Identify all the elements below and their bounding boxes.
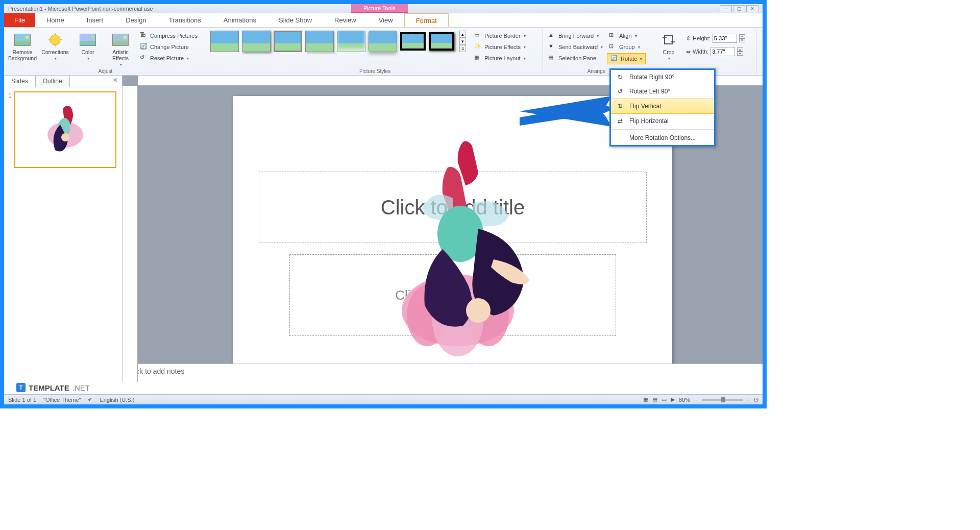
color-label: Color	[81, 49, 94, 55]
layout-icon: ▦	[474, 54, 482, 62]
styles-group-label: Picture Styles	[207, 68, 543, 74]
style-thumb[interactable]	[429, 32, 454, 51]
selection-icon: ▤	[548, 54, 556, 62]
backward-icon: ▼	[548, 43, 556, 51]
slide-canvas[interactable]: Click to add title Click to add subtitle	[233, 96, 672, 364]
svg-point-0	[50, 35, 60, 45]
more-rotation-item[interactable]: More Rotation Options...	[611, 131, 714, 145]
tab-file[interactable]: File	[4, 13, 35, 27]
change-icon: 🔄	[140, 43, 148, 51]
style-thumb[interactable]	[369, 31, 397, 52]
gallery-down[interactable]: ▾	[459, 38, 466, 45]
zoom-slider[interactable]	[702, 399, 743, 401]
width-up[interactable]: ▴	[737, 47, 743, 52]
zoom-in-button[interactable]: +	[747, 397, 750, 403]
corrections-button[interactable]: Corrections	[40, 31, 70, 62]
style-thumb[interactable]	[210, 31, 239, 52]
tab-format[interactable]: Format	[404, 13, 449, 27]
watermark: T TEMPLATE.NET	[16, 383, 90, 392]
rotate-left-item[interactable]: ↺Rotate Left 90°	[611, 84, 714, 99]
tab-slides[interactable]: Slides	[4, 76, 36, 87]
tab-animations[interactable]: Animations	[212, 13, 267, 27]
picture-style-gallery[interactable]: ▴ ▾ ≡	[210, 31, 466, 52]
zoom-out-button[interactable]: −	[694, 397, 697, 403]
group-button[interactable]: ⊡Group	[607, 42, 646, 52]
tab-outline[interactable]: Outline	[36, 76, 70, 87]
annotation-arrow	[520, 96, 617, 127]
height-up[interactable]: ▴	[739, 34, 745, 38]
tab-slideshow[interactable]: Slide Show	[267, 13, 323, 27]
compress-pictures-button[interactable]: 🗜Compress Pictures	[138, 31, 200, 41]
status-bar: Slide 1 of 1 "Office Theme" ✔ English (U…	[4, 394, 763, 404]
slide-number: 1	[8, 92, 12, 100]
width-input[interactable]	[710, 47, 735, 56]
style-thumb[interactable]	[400, 32, 426, 51]
slides-panel: Slides Outline ✕ 1	[4, 76, 122, 382]
remove-background-button[interactable]: Remove Background	[7, 31, 38, 62]
tab-review[interactable]: Review	[323, 13, 368, 27]
view-slideshow-button[interactable]: ▶	[671, 396, 675, 403]
slide-thumbnail[interactable]: 1	[14, 91, 116, 168]
change-picture-button[interactable]: 🔄Change Picture	[138, 42, 200, 52]
align-button[interactable]: ⊞Align	[607, 31, 646, 41]
svg-rect-5	[665, 36, 673, 44]
inserted-picture[interactable]	[376, 137, 540, 364]
forward-icon: ▲	[548, 32, 556, 40]
rotate-button[interactable]: 🔄Rotate	[607, 53, 646, 64]
style-thumb[interactable]	[337, 31, 365, 52]
watermark-logo-icon: T	[16, 383, 26, 392]
adjust-group-label: Adjust	[4, 68, 207, 74]
tab-design[interactable]: Design	[114, 13, 157, 27]
style-thumb[interactable]	[274, 31, 302, 52]
color-button[interactable]: Color	[72, 31, 103, 62]
view-normal-button[interactable]: ▦	[643, 396, 648, 403]
tab-view[interactable]: View	[368, 13, 404, 27]
close-window-button[interactable]: ✕	[746, 5, 758, 12]
picture-border-button[interactable]: ▭Picture Border	[472, 31, 528, 41]
crop-label: Crop	[663, 49, 675, 55]
status-language[interactable]: English (U.S.)	[100, 397, 134, 403]
height-down[interactable]: ▾	[739, 38, 745, 42]
height-icon: ⇕	[686, 35, 691, 42]
send-backward-button[interactable]: ▼Send Backward	[546, 42, 605, 52]
style-thumb[interactable]	[305, 31, 334, 52]
minimize-button[interactable]: —	[720, 5, 732, 12]
close-panel-button[interactable]: ✕	[109, 76, 122, 87]
tab-home[interactable]: Home	[35, 13, 76, 27]
height-input[interactable]	[713, 34, 737, 43]
crop-button[interactable]: Crop	[653, 31, 684, 62]
rotate-right-item[interactable]: ↻Rotate Right 90°	[611, 70, 714, 84]
picture-effects-button[interactable]: ✨Picture Effects	[472, 42, 528, 52]
reset-picture-button[interactable]: ↺Reset Picture	[138, 53, 200, 63]
flip-horizontal-item[interactable]: ⇄Flip Horizontal	[611, 114, 714, 128]
view-sorter-button[interactable]: ▤	[652, 396, 657, 403]
align-icon: ⊞	[609, 32, 617, 40]
compress-icon: 🗜	[140, 32, 148, 40]
artistic-effects-button[interactable]: Artistic Effects	[105, 31, 136, 68]
width-down[interactable]: ▾	[737, 52, 743, 56]
tab-transitions[interactable]: Transitions	[158, 13, 212, 27]
corrections-label: Corrections	[41, 49, 69, 55]
notes-placeholder[interactable]: Click to add notes	[122, 364, 763, 382]
group-icon: ⊡	[609, 43, 617, 51]
view-reading-button[interactable]: ▭	[662, 396, 667, 403]
bring-forward-button[interactable]: ▲Bring Forward	[546, 31, 605, 41]
effects-icon: ✨	[474, 43, 482, 51]
maximize-button[interactable]: ▢	[733, 5, 745, 12]
context-tab-picture-tools: Picture Tools	[351, 4, 408, 13]
width-label: Width:	[693, 49, 708, 55]
gallery-more[interactable]: ≡	[459, 45, 466, 52]
selection-pane-button[interactable]: ▤Selection Pane	[546, 53, 605, 63]
remove-background-label: Remove Background	[8, 49, 37, 61]
picture-layout-button[interactable]: ▦Picture Layout	[472, 53, 528, 63]
rotate-left-icon: ↺	[616, 87, 624, 95]
reset-icon: ↺	[140, 54, 148, 62]
rotate-icon: 🔄	[610, 55, 619, 63]
status-spellcheck-icon[interactable]: ✔	[88, 396, 92, 403]
watermark-text: TEMPLATE	[29, 383, 69, 392]
tab-insert[interactable]: Insert	[76, 13, 115, 27]
style-thumb[interactable]	[242, 31, 271, 52]
fit-button[interactable]: ⊡	[754, 396, 758, 403]
gallery-up[interactable]: ▴	[459, 31, 466, 38]
flip-vertical-item[interactable]: ⇅Flip Vertical	[611, 99, 714, 114]
